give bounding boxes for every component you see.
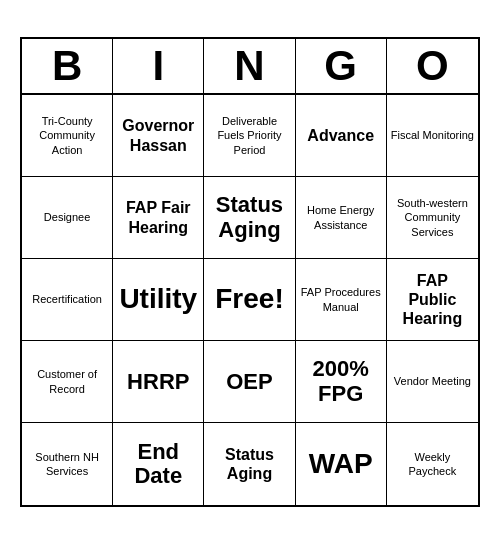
cell-text-23: WAP [309,449,373,480]
bingo-cell-17: OEP [204,341,295,423]
bingo-cell-14: FAP Public Hearing [387,259,478,341]
bingo-cell-0: Tri-County Community Action [22,95,113,177]
bingo-cell-13: FAP Procedures Manual [296,259,387,341]
cell-text-19: Vendor Meeting [394,374,471,388]
cell-text-20: Southern NH Services [26,450,108,479]
cell-text-1: Governor Hassan [117,116,199,154]
cell-text-3: Advance [307,126,374,145]
bingo-cell-18: 200% FPG [296,341,387,423]
cell-text-5: Designee [44,210,90,224]
bingo-cell-23: WAP [296,423,387,505]
cell-text-10: Recertification [32,292,102,306]
bingo-cell-11: Utility [113,259,204,341]
bingo-cell-16: HRRP [113,341,204,423]
cell-text-11: Utility [119,284,197,315]
cell-text-15: Customer of Record [26,367,108,396]
bingo-cell-2: Deliverable Fuels Priority Period [204,95,295,177]
cell-text-2: Deliverable Fuels Priority Period [208,114,290,157]
bingo-cell-1: Governor Hassan [113,95,204,177]
bingo-grid: Tri-County Community ActionGovernor Hass… [22,95,478,505]
cell-text-14: FAP Public Hearing [391,271,474,329]
bingo-cell-5: Designee [22,177,113,259]
cell-text-17: OEP [226,370,272,394]
bingo-letter-b: B [22,39,113,93]
cell-text-16: HRRP [127,370,189,394]
bingo-cell-7: Status Aging [204,177,295,259]
bingo-cell-21: End Date [113,423,204,505]
cell-text-9: South-western Community Services [391,196,474,239]
bingo-card: BINGO Tri-County Community ActionGoverno… [20,37,480,507]
bingo-cell-20: Southern NH Services [22,423,113,505]
bingo-cell-19: Vendor Meeting [387,341,478,423]
bingo-cell-12: Free! [204,259,295,341]
bingo-cell-4: Fiscal Monitoring [387,95,478,177]
cell-text-21: End Date [117,440,199,488]
bingo-cell-22: Status Aging [204,423,295,505]
bingo-letter-n: N [204,39,295,93]
cell-text-6: FAP Fair Hearing [117,198,199,236]
bingo-cell-24: Weekly Paycheck [387,423,478,505]
bingo-letter-i: I [113,39,204,93]
bingo-cell-6: FAP Fair Hearing [113,177,204,259]
cell-text-18: 200% FPG [300,357,382,405]
bingo-cell-3: Advance [296,95,387,177]
bingo-cell-9: South-western Community Services [387,177,478,259]
cell-text-7: Status Aging [208,193,290,241]
bingo-cell-10: Recertification [22,259,113,341]
cell-text-4: Fiscal Monitoring [391,128,474,142]
cell-text-13: FAP Procedures Manual [300,285,382,314]
bingo-header: BINGO [22,39,478,95]
cell-text-22: Status Aging [208,445,290,483]
cell-text-8: Home Energy Assistance [300,203,382,232]
cell-text-12: Free! [215,284,283,315]
bingo-cell-15: Customer of Record [22,341,113,423]
bingo-letter-g: G [296,39,387,93]
bingo-letter-o: O [387,39,478,93]
cell-text-24: Weekly Paycheck [391,450,474,479]
bingo-cell-8: Home Energy Assistance [296,177,387,259]
cell-text-0: Tri-County Community Action [26,114,108,157]
